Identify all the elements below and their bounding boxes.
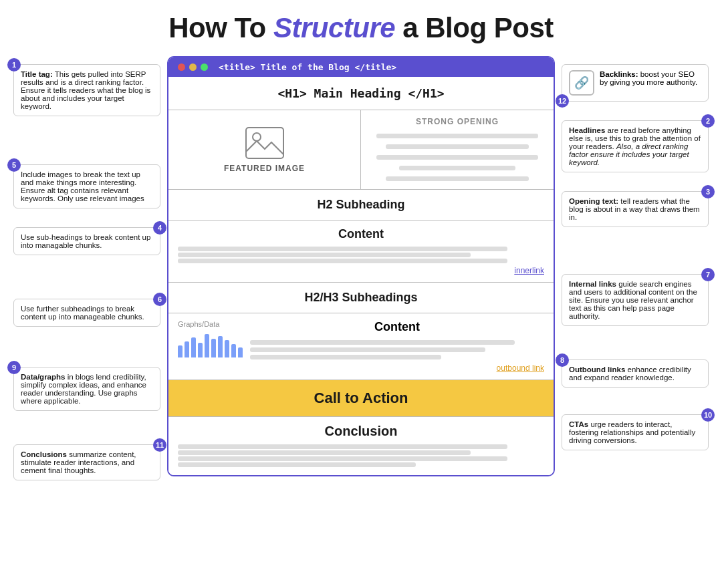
h1-section: <H1> Main Heading </H1> — [168, 77, 554, 110]
badge-7: 7 — [701, 268, 715, 281]
dot-yellow — [189, 63, 197, 71]
graph-area: Graphs/Data — [178, 320, 245, 357]
text-line-5 — [386, 176, 529, 181]
gcontent-line-1 — [250, 340, 515, 345]
annotation-5: 5 Include images to break the text up an… — [13, 164, 160, 208]
badge-11: 11 — [153, 438, 166, 452]
outbound-link-text: outbound link — [250, 363, 544, 373]
conclusion-label: Conclusion — [178, 424, 544, 439]
text-line-1 — [376, 134, 537, 138]
concl-line-3 — [178, 456, 507, 461]
strong-opening-label: STRONG OPENING — [416, 117, 499, 126]
h2h3-section: H2/H3 Subheadings — [168, 283, 554, 313]
annotation-11: 11 Conclusions summarize content, stimul… — [13, 444, 160, 480]
text-line-4 — [399, 166, 515, 170]
bar-5 — [205, 334, 209, 357]
bar-6 — [211, 339, 216, 357]
annotation-4-text: Use sub-headings to break content up int… — [21, 233, 150, 249]
annotation-5-text: Include images to break the text up and … — [21, 170, 144, 202]
page-wrapper: How To Structure a Blog Post 1 Title tag… — [0, 0, 722, 588]
cta-section[interactable]: Call to Action — [168, 380, 554, 417]
badge-8: 8 — [556, 353, 569, 367]
annotation-9-text: Data/graphs in blogs lend credibility, s… — [21, 373, 146, 405]
graph-content-section: Graphs/Data Content — [168, 313, 554, 380]
annotation-3-text: Opening text: tell readers what the blog… — [569, 197, 700, 221]
bar-1 — [178, 345, 183, 357]
h2-section: H2 Subheading — [168, 190, 554, 220]
gcontent-line-3 — [250, 355, 441, 359]
badge-5: 5 — [7, 158, 21, 172]
bar-3 — [191, 337, 196, 357]
gcontent-line-2 — [250, 347, 485, 352]
annotation-8-text: Outbound links enhance credibility and e… — [569, 365, 691, 382]
strong-opening-box: STRONG OPENING — [361, 110, 554, 189]
text-line-2 — [386, 144, 529, 149]
left-column: 1 Title tag: This gets pulled into SERP … — [13, 56, 160, 480]
bar-9 — [231, 344, 236, 357]
bar-chart — [178, 331, 243, 357]
bar-2 — [185, 341, 189, 357]
annotation-9: 9 Data/graphs in blogs lend credibility,… — [13, 367, 160, 411]
dot-red — [178, 63, 185, 71]
badge-3: 3 — [701, 185, 715, 198]
annotation-4: 4 Use sub-headings to break content up i… — [13, 227, 160, 255]
annotation-8: 8 Outbound links enhance credibility and… — [562, 359, 709, 388]
content-line-3 — [178, 259, 507, 263]
badge-6: 6 — [153, 293, 166, 306]
svg-rect-0 — [246, 128, 283, 158]
annotation-2-text: Headlines are read before anything else … — [569, 126, 701, 166]
image-opening-row: FEATURED IMAGE STRONG OPENING — [168, 110, 554, 190]
backlinks-box: 🔗 Backlinks: boost your SEO by giving yo… — [562, 64, 709, 102]
annotation-3: 3 Opening text: tell readers what the bl… — [562, 191, 709, 227]
bar-10 — [238, 347, 243, 357]
graph-label: Graphs/Data — [178, 320, 219, 328]
annotation-6-text: Use further subheadings to break content… — [21, 305, 144, 321]
featured-image-label: FEATURED IMAGE — [224, 164, 305, 173]
browser-title: <title> Title of the Blog </title> — [219, 62, 396, 72]
badge-12: 12 — [556, 94, 569, 108]
page-title: How To Structure a Blog Post — [13, 12, 709, 44]
backlinks-text: Backlinks: boost your SEO by giving you … — [600, 70, 701, 86]
bar-8 — [225, 340, 229, 357]
annotation-7: 7 Internal links guide search engines an… — [562, 274, 709, 326]
content-section-1: Content innerlink — [168, 220, 554, 283]
innerlink-text: innerlink — [178, 266, 544, 275]
content-layout: 1 Title tag: This gets pulled into SERP … — [13, 56, 709, 480]
featured-image-box: FEATURED IMAGE — [168, 110, 361, 189]
svg-point-1 — [253, 133, 261, 141]
text-line-3 — [376, 155, 537, 160]
dot-green — [201, 63, 208, 71]
center-column: <title> Title of the Blog </title> <H1> … — [167, 56, 555, 476]
badge-1: 1 — [7, 58, 21, 71]
badge-10: 10 — [701, 408, 715, 422]
annotation-10-text: CTAs urge readers to interact, fostering… — [569, 420, 695, 444]
badge-2: 2 — [701, 114, 715, 128]
annotation-6: 6 Use further subheadings to break conte… — [13, 299, 160, 327]
graph-text-area: Content outbound link — [250, 320, 544, 373]
bar-4 — [198, 343, 203, 357]
annotation-1-text: Title tag: This gets pulled into SERP re… — [21, 70, 150, 110]
link-icon: 🔗 — [569, 70, 594, 96]
concl-line-2 — [178, 450, 471, 455]
annotation-7-text: Internal links guide search engines and … — [569, 280, 697, 320]
concl-line-4 — [178, 462, 416, 467]
featured-image-icon — [245, 126, 285, 160]
content-line-1 — [178, 247, 507, 251]
annotation-11-text: Conclusions summarize content, stimulate… — [21, 450, 136, 474]
badge-9: 9 — [7, 361, 21, 374]
bar-7 — [218, 336, 223, 357]
annotation-1: 1 Title tag: This gets pulled into SERP … — [13, 64, 160, 116]
browser-bar: <title> Title of the Blog </title> — [168, 57, 554, 77]
content-label-2: Content — [250, 320, 544, 334]
annotation-2: 2 Headlines are read before anything els… — [562, 120, 709, 172]
conclusion-section: Conclusion — [168, 417, 554, 475]
badge-4: 4 — [153, 221, 166, 235]
content-line-2 — [178, 253, 471, 257]
right-column: 🔗 Backlinks: boost your SEO by giving yo… — [562, 56, 709, 450]
content-label-1: Content — [178, 227, 544, 241]
annotation-10: 10 CTAs urge readers to interact, foster… — [562, 414, 709, 450]
concl-line-1 — [178, 444, 507, 449]
